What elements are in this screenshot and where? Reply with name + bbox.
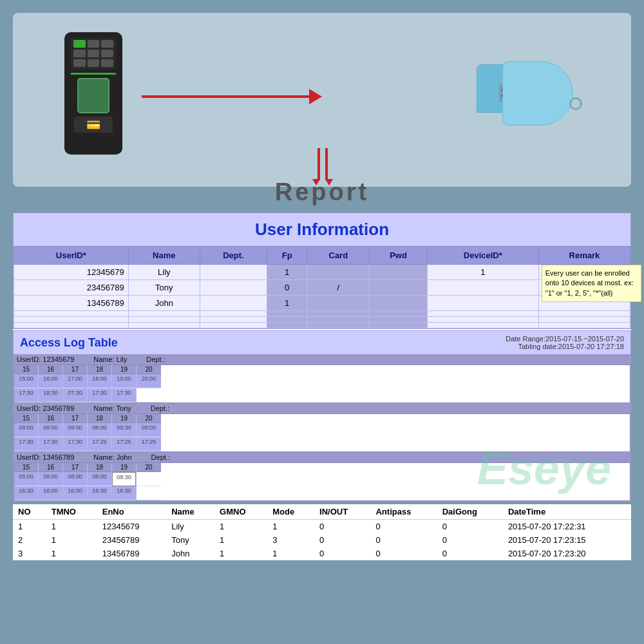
- cal-slot: [137, 472, 161, 486]
- fp-cell: 1: [267, 296, 307, 311]
- right-arrow: [142, 90, 322, 103]
- user-table-row: [14, 311, 630, 317]
- access-log-title: Access Log Table: [20, 336, 118, 350]
- fp-cell: 0: [267, 280, 307, 296]
- userid-cell: 12345679: [14, 265, 129, 280]
- bottom-cell-no: 1: [13, 520, 46, 534]
- cal-day-col: 1609:0017:30: [39, 414, 63, 451]
- bottom-cell-inout: 0: [314, 520, 370, 534]
- bottom-cell-datetime: 2015-07-20 17:23:15: [503, 533, 631, 547]
- log-name: Name: Tony: [93, 404, 131, 412]
- col-dept: Dept.: [200, 247, 267, 265]
- cal-slot: 17:00: [63, 374, 87, 388]
- cal-time-slots: [137, 472, 161, 500]
- bottom-cell-no: 2: [13, 533, 46, 547]
- bottom-cell-name: Lily: [166, 520, 214, 534]
- bottom-cell-tmno: 1: [46, 533, 97, 547]
- cal-day-header: 16: [39, 414, 62, 423]
- bottom-col-header: IN/OUT: [314, 504, 370, 520]
- cal-day-col: 20: [137, 463, 161, 500]
- cal-day-col: 1708:0016:00: [63, 463, 88, 500]
- bottom-cell-no: 3: [13, 547, 46, 560]
- cal-time-slots: 08:0016:30: [88, 472, 111, 500]
- cal-day-header: 20: [137, 414, 161, 423]
- cal-slot: 16:00: [63, 486, 87, 500]
- col-pwd: Pwd: [370, 247, 428, 265]
- bottom-col-header: NO: [13, 504, 46, 520]
- cal-slot: 08:00: [88, 423, 111, 437]
- cal-slot: 17:30: [39, 437, 62, 451]
- name-cell: Lily: [128, 265, 200, 280]
- cal-time-slots: 17:0007:30: [63, 374, 87, 402]
- bottom-cell-mode: 1: [267, 520, 314, 534]
- card-cell: [307, 317, 370, 323]
- cal-day-header: 18: [88, 365, 111, 374]
- log-user-block: UserID: 12345679Name: LilyDept.:1515:001…: [14, 354, 630, 403]
- cal-day-header: 20: [137, 365, 161, 374]
- log-name: Name: Lily: [93, 355, 127, 363]
- cal-slot: 16:00: [39, 374, 62, 388]
- cal-day-header: 18: [88, 414, 111, 423]
- bottom-cell-enno: 13456789: [97, 547, 167, 560]
- bottom-table-row: 3113456789John110002015-07-20 17:23:20: [13, 547, 631, 560]
- cal-day-header: 18: [88, 463, 111, 472]
- col-userid: UserID*: [14, 247, 129, 265]
- cal-slot: 15:00: [14, 374, 38, 388]
- cal-day-col: 1616:0018:30: [39, 365, 63, 402]
- pwd-cell: [370, 317, 428, 323]
- cal-time-slots: 08:0017:25: [88, 423, 111, 451]
- cal-day-header: 19: [112, 463, 136, 472]
- log-user-block: UserID: 13456789Name: JohnDept.:1505:001…: [14, 452, 630, 501]
- access-log-users: UserID: 12345679Name: LilyDept.:1515:001…: [14, 354, 630, 501]
- cal-day-col: 1609:0016:00: [39, 463, 63, 500]
- cal-slot: [137, 486, 161, 500]
- cal-slot: 05:00: [14, 472, 38, 486]
- name-cell: John: [128, 296, 200, 311]
- cal-day-col: 1808:0017:25: [88, 414, 112, 451]
- bottom-cell-gmno: 1: [214, 547, 267, 560]
- name-cell: [128, 317, 200, 323]
- userid-cell: 13456789: [14, 296, 129, 311]
- cal-slot: 17:30: [88, 388, 111, 402]
- cal-slot: 20:00: [137, 374, 161, 388]
- card-cell: /: [307, 280, 370, 296]
- bottom-col-header: Mode: [267, 504, 314, 520]
- bottom-cell-inout: 0: [314, 533, 370, 547]
- log-user-header: UserID: 23456789Name: TonyDept.:: [14, 403, 630, 413]
- user-table-row: 23456789 Tony 0 /: [14, 280, 630, 296]
- fp-cell: 1: [267, 265, 307, 280]
- bottom-cell-enno: 23456789: [97, 533, 167, 547]
- device-cell: [427, 317, 538, 323]
- dept-cell: [200, 296, 267, 311]
- bottom-cell-gmno: 1: [214, 520, 267, 534]
- bottom-cell-mode: 1: [267, 547, 314, 560]
- bottom-cell-enno: 12345679: [97, 520, 167, 534]
- pwd-cell: [370, 323, 428, 328]
- card-cell: [307, 311, 370, 317]
- cal-slot: 09:00: [39, 472, 62, 486]
- cal-slot: 19:00: [112, 374, 136, 388]
- cal-slot: 09:00: [137, 423, 161, 437]
- pwd-cell: [370, 311, 428, 317]
- remark-cell: [538, 323, 630, 328]
- cal-day-col: 1808:0016:30: [88, 463, 112, 500]
- log-user-block: UserID: 23456789Name: TonyDept.:1509:001…: [14, 403, 630, 452]
- cal-day-col: 1908:3016:30: [112, 463, 137, 500]
- device-cell: [427, 280, 538, 296]
- user-table-row: 13456789 John 1: [14, 296, 630, 311]
- bottom-cell-inout: 0: [314, 547, 370, 560]
- bottom-col-header: Antipass: [370, 504, 437, 520]
- dept-cell: [200, 265, 267, 280]
- cal-day-header: 15: [14, 414, 38, 423]
- cal-slot: 16:30: [112, 486, 136, 500]
- cal-time-slots: 09:0016:00: [39, 472, 62, 500]
- log-calendar: 1505:0016:301609:0016:001708:0016:001808…: [14, 462, 630, 501]
- user-info-section: User Information UserID* Name Dept. Fp C…: [13, 213, 631, 329]
- cal-day-header: 19: [112, 365, 136, 374]
- cal-day-header: 17: [63, 365, 87, 374]
- card-cell: [307, 265, 370, 280]
- bottom-cell-datetime: 2015-07-20 17:22:31: [503, 520, 631, 534]
- cal-time-slots: 19:0017:30: [112, 374, 136, 402]
- cal-day-col: 1919:0017:30: [112, 365, 137, 402]
- bottom-table-row: 2123456789Tony130002015-07-20 17:23:15: [13, 533, 631, 547]
